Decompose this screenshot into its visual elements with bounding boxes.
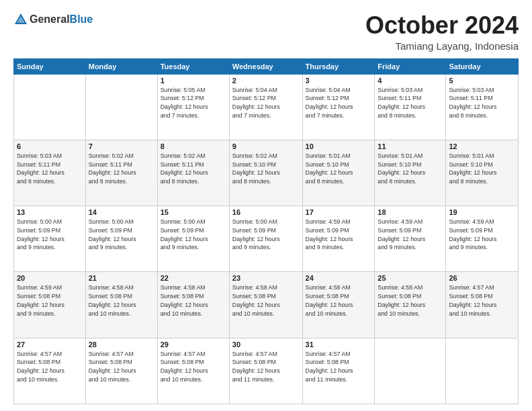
- table-row: 7Sunrise: 5:02 AM Sunset: 5:11 PM Daylig…: [85, 140, 157, 205]
- title-area: October 2024 Tamiang Layang, Indonesia: [365, 12, 519, 52]
- table-row: 3Sunrise: 5:04 AM Sunset: 5:12 PM Daylig…: [302, 74, 375, 140]
- day-number: 10: [306, 142, 372, 150]
- day-info: Sunrise: 4:59 AM Sunset: 5:08 PM Dayligh…: [17, 283, 83, 318]
- table-row: 13Sunrise: 5:00 AM Sunset: 5:09 PM Dayli…: [14, 206, 86, 272]
- table-row: 12Sunrise: 5:01 AM Sunset: 5:10 PM Dayli…: [446, 140, 519, 205]
- table-row: 19Sunrise: 4:59 AM Sunset: 5:09 PM Dayli…: [446, 206, 519, 272]
- calendar-week-row: 6Sunrise: 5:03 AM Sunset: 5:11 PM Daylig…: [14, 140, 519, 205]
- month-title: October 2024: [365, 12, 519, 39]
- day-number: 9: [232, 142, 300, 150]
- table-row: 4Sunrise: 5:03 AM Sunset: 5:11 PM Daylig…: [375, 74, 446, 140]
- day-number: 30: [232, 340, 300, 349]
- table-row: 8Sunrise: 5:02 AM Sunset: 5:11 PM Daylig…: [157, 140, 229, 205]
- table-row: 1Sunrise: 5:05 AM Sunset: 5:12 PM Daylig…: [157, 74, 229, 140]
- day-number: 11: [378, 142, 443, 150]
- day-number: 14: [89, 208, 154, 216]
- col-friday: Friday: [375, 58, 446, 74]
- day-info: Sunrise: 5:03 AM Sunset: 5:11 PM Dayligh…: [17, 152, 83, 186]
- logo-icon: [13, 12, 28, 27]
- day-info: Sunrise: 5:03 AM Sunset: 5:11 PM Dayligh…: [449, 86, 515, 120]
- table-row: 11Sunrise: 5:01 AM Sunset: 5:10 PM Dayli…: [375, 140, 446, 205]
- day-number: 6: [17, 142, 83, 150]
- table-row: 9Sunrise: 5:02 AM Sunset: 5:10 PM Daylig…: [229, 140, 302, 205]
- logo-general-text: General: [30, 13, 70, 26]
- day-number: 28: [89, 340, 154, 349]
- col-sunday: Sunday: [14, 58, 86, 74]
- table-row: 30Sunrise: 4:57 AM Sunset: 5:08 PM Dayli…: [229, 338, 302, 404]
- table-row: 15Sunrise: 5:00 AM Sunset: 5:09 PM Dayli…: [157, 206, 229, 272]
- table-row: 18Sunrise: 4:59 AM Sunset: 5:09 PM Dayli…: [375, 206, 446, 272]
- header: GeneralBlue October 2024 Tamiang Layang,…: [13, 12, 519, 52]
- day-number: 18: [378, 208, 443, 216]
- day-number: 1: [161, 77, 226, 85]
- day-info: Sunrise: 4:58 AM Sunset: 5:08 PM Dayligh…: [378, 283, 443, 318]
- calendar-week-row: 13Sunrise: 5:00 AM Sunset: 5:09 PM Dayli…: [14, 206, 519, 272]
- day-number: 4: [378, 77, 443, 85]
- day-info: Sunrise: 5:01 AM Sunset: 5:10 PM Dayligh…: [449, 152, 515, 186]
- day-number: 22: [161, 274, 226, 282]
- day-info: Sunrise: 5:00 AM Sunset: 5:09 PM Dayligh…: [232, 218, 300, 252]
- table-row: [446, 338, 519, 404]
- logo-blue-text: Blue: [70, 13, 93, 26]
- col-wednesday: Wednesday: [229, 58, 302, 74]
- table-row: 5Sunrise: 5:03 AM Sunset: 5:11 PM Daylig…: [446, 74, 519, 140]
- table-row: 10Sunrise: 5:01 AM Sunset: 5:10 PM Dayli…: [302, 140, 375, 205]
- day-info: Sunrise: 4:58 AM Sunset: 5:08 PM Dayligh…: [89, 283, 154, 318]
- calendar-week-row: 1Sunrise: 5:05 AM Sunset: 5:12 PM Daylig…: [14, 74, 519, 140]
- day-number: 27: [17, 340, 83, 349]
- day-info: Sunrise: 5:02 AM Sunset: 5:10 PM Dayligh…: [232, 152, 300, 186]
- col-saturday: Saturday: [446, 58, 519, 74]
- table-row: 28Sunrise: 4:57 AM Sunset: 5:08 PM Dayli…: [85, 338, 157, 404]
- day-info: Sunrise: 4:57 AM Sunset: 5:08 PM Dayligh…: [89, 350, 154, 384]
- day-info: Sunrise: 5:03 AM Sunset: 5:11 PM Dayligh…: [378, 86, 443, 120]
- day-number: 16: [232, 208, 300, 216]
- table-row: [375, 338, 446, 404]
- day-info: Sunrise: 5:02 AM Sunset: 5:11 PM Dayligh…: [161, 152, 226, 186]
- day-info: Sunrise: 4:59 AM Sunset: 5:09 PM Dayligh…: [378, 218, 443, 252]
- day-number: 26: [449, 274, 515, 282]
- col-tuesday: Tuesday: [157, 58, 229, 74]
- day-info: Sunrise: 4:57 AM Sunset: 5:08 PM Dayligh…: [449, 283, 515, 318]
- table-row: 29Sunrise: 4:57 AM Sunset: 5:08 PM Dayli…: [157, 338, 229, 404]
- page: GeneralBlue October 2024 Tamiang Layang,…: [0, 0, 532, 411]
- table-row: 6Sunrise: 5:03 AM Sunset: 5:11 PM Daylig…: [14, 140, 86, 205]
- day-info: Sunrise: 5:04 AM Sunset: 5:12 PM Dayligh…: [232, 86, 300, 120]
- day-info: Sunrise: 4:57 AM Sunset: 5:08 PM Dayligh…: [161, 350, 226, 384]
- day-info: Sunrise: 5:04 AM Sunset: 5:12 PM Dayligh…: [306, 86, 372, 120]
- table-row: 24Sunrise: 4:58 AM Sunset: 5:08 PM Dayli…: [302, 272, 375, 338]
- day-number: 19: [449, 208, 515, 216]
- day-number: 25: [378, 274, 443, 282]
- day-number: 8: [161, 142, 226, 150]
- day-number: 3: [306, 77, 372, 85]
- day-info: Sunrise: 4:58 AM Sunset: 5:08 PM Dayligh…: [232, 283, 300, 318]
- day-number: 12: [449, 142, 515, 150]
- day-number: 31: [306, 340, 372, 349]
- table-row: 31Sunrise: 4:57 AM Sunset: 5:08 PM Dayli…: [302, 338, 375, 404]
- day-info: Sunrise: 4:57 AM Sunset: 5:08 PM Dayligh…: [306, 350, 372, 384]
- calendar-table: Sunday Monday Tuesday Wednesday Thursday…: [13, 58, 519, 404]
- table-row: 23Sunrise: 4:58 AM Sunset: 5:08 PM Dayli…: [229, 272, 302, 338]
- day-info: Sunrise: 4:59 AM Sunset: 5:09 PM Dayligh…: [306, 218, 372, 252]
- table-row: 26Sunrise: 4:57 AM Sunset: 5:08 PM Dayli…: [446, 272, 519, 338]
- day-number: 7: [89, 142, 154, 150]
- day-info: Sunrise: 5:00 AM Sunset: 5:09 PM Dayligh…: [161, 218, 226, 252]
- table-row: 17Sunrise: 4:59 AM Sunset: 5:09 PM Dayli…: [302, 206, 375, 272]
- day-info: Sunrise: 4:57 AM Sunset: 5:08 PM Dayligh…: [17, 350, 83, 384]
- col-thursday: Thursday: [302, 58, 375, 74]
- day-info: Sunrise: 5:01 AM Sunset: 5:10 PM Dayligh…: [378, 152, 443, 186]
- day-info: Sunrise: 5:02 AM Sunset: 5:11 PM Dayligh…: [89, 152, 154, 186]
- day-number: 13: [17, 208, 83, 216]
- day-number: 21: [89, 274, 154, 282]
- table-row: 25Sunrise: 4:58 AM Sunset: 5:08 PM Dayli…: [375, 272, 446, 338]
- table-row: 21Sunrise: 4:58 AM Sunset: 5:08 PM Dayli…: [85, 272, 157, 338]
- day-info: Sunrise: 5:00 AM Sunset: 5:09 PM Dayligh…: [89, 218, 154, 252]
- day-info: Sunrise: 5:01 AM Sunset: 5:10 PM Dayligh…: [306, 152, 372, 186]
- day-info: Sunrise: 4:59 AM Sunset: 5:09 PM Dayligh…: [449, 218, 515, 252]
- calendar-week-row: 27Sunrise: 4:57 AM Sunset: 5:08 PM Dayli…: [14, 338, 519, 404]
- table-row: 22Sunrise: 4:58 AM Sunset: 5:08 PM Dayli…: [157, 272, 229, 338]
- day-number: 23: [232, 274, 300, 282]
- day-number: 29: [161, 340, 226, 349]
- day-number: 5: [449, 77, 515, 85]
- col-monday: Monday: [85, 58, 157, 74]
- day-info: Sunrise: 5:05 AM Sunset: 5:12 PM Dayligh…: [161, 86, 226, 120]
